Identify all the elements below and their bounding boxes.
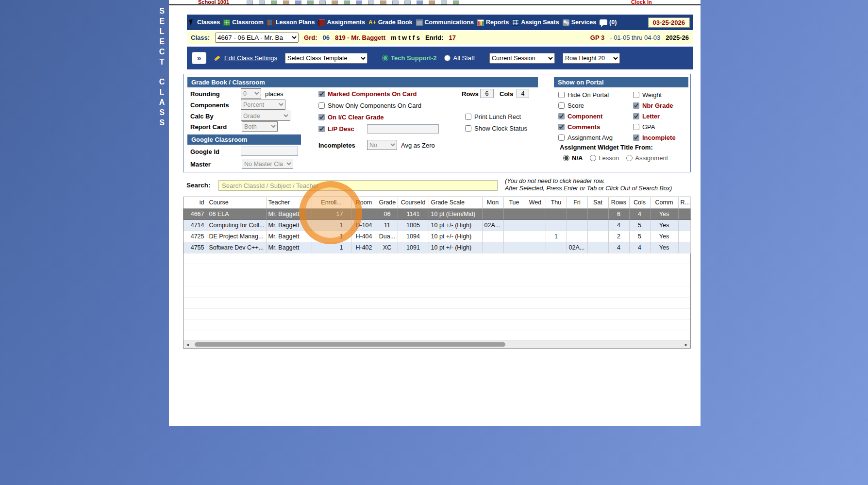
gpa-checkbox[interactable] <box>633 124 639 130</box>
cell-mon[interactable]: 02A... <box>482 219 503 231</box>
cell-r[interactable] <box>678 219 690 231</box>
cell-fri[interactable] <box>567 219 587 231</box>
nav-item-reports[interactable]: Reports <box>477 19 509 26</box>
show-clock-status-option[interactable]: Show Clock Status <box>465 125 527 132</box>
widget-title-lesson-option[interactable]: Lesson <box>590 154 619 162</box>
topbar-icon[interactable] <box>417 0 423 4</box>
topbar-icon[interactable] <box>332 0 338 4</box>
topbar-icon[interactable] <box>259 0 265 4</box>
score-option[interactable]: Score <box>558 102 584 109</box>
incomplete-checkbox[interactable] <box>633 134 639 141</box>
cell-course[interactable]: 06 ELA <box>207 208 266 219</box>
scrollbar-thumb[interactable] <box>195 342 505 347</box>
rows-input[interactable] <box>480 89 494 98</box>
topbar-icon[interactable] <box>295 0 301 4</box>
widget-title-assignment-option[interactable]: Assignment <box>626 154 668 162</box>
topbar-icon[interactable] <box>344 0 350 4</box>
nav-item-classroom[interactable]: Classroom <box>223 19 264 26</box>
nav-item-assign-seats[interactable]: Assign Seats <box>512 19 559 26</box>
cell-mon[interactable] <box>482 231 503 242</box>
show-only-components-checkbox[interactable] <box>318 102 325 109</box>
nav-item-grade-book[interactable]: A+Grade Book <box>368 19 413 26</box>
cell-teacher[interactable]: Mr. Baggett <box>266 242 312 253</box>
cell-courseid[interactable]: 1091 <box>398 242 429 253</box>
cell-r[interactable] <box>678 231 690 242</box>
topbar-icon[interactable] <box>380 0 386 4</box>
col-header-room[interactable]: Room <box>351 197 377 208</box>
hide-on-portal-option[interactable]: Hide On Portal <box>558 91 609 99</box>
col-header-course[interactable]: Course <box>207 197 266 208</box>
topbar-icon[interactable] <box>319 0 326 4</box>
marked-components-checkbox[interactable] <box>318 91 325 97</box>
cell-fri[interactable] <box>567 231 587 242</box>
topbar-icon[interactable] <box>247 0 253 4</box>
cell-cols[interactable]: 4 <box>629 242 650 253</box>
comments-option[interactable]: Comments <box>558 123 600 131</box>
col-header-fri[interactable]: Fri <box>567 197 587 208</box>
cell-cols[interactable]: 4 <box>629 208 650 219</box>
table-row[interactable]: 4725 DE Project Manag... Mr. Baggett 1 H… <box>184 231 690 242</box>
cell-fri[interactable] <box>567 208 587 219</box>
col-header-r[interactable]: R... <box>678 197 690 208</box>
master-select[interactable]: No Master Cla <box>242 159 293 169</box>
col-header-grade-scale[interactable]: Grade Scale <box>429 197 482 208</box>
col-header-grade[interactable]: Grade <box>377 197 398 208</box>
lp-desc-option[interactable]: L/P Desc <box>318 125 354 133</box>
cell-course[interactable]: Computing for Coll... <box>207 219 266 231</box>
nav-item-communications[interactable]: Communications <box>416 19 474 26</box>
cell-grade[interactable]: XC <box>377 242 398 253</box>
col-header-enroll[interactable]: Enroll... <box>312 197 351 208</box>
col-header-wed[interactable]: Wed <box>525 197 546 208</box>
cell-tue[interactable] <box>503 242 525 253</box>
topbar-icon[interactable] <box>429 0 435 4</box>
scroll-right-icon[interactable]: ► <box>682 341 690 348</box>
cell-sat[interactable] <box>587 242 608 253</box>
search-input[interactable] <box>218 180 498 191</box>
cell-grade[interactable]: 06 <box>377 208 398 219</box>
cell-rows[interactable]: 4 <box>608 219 629 231</box>
cell-thu[interactable] <box>546 219 567 231</box>
date-field[interactable]: 03-25-2026 <box>648 17 690 28</box>
topbar-icon[interactable] <box>356 0 362 4</box>
cell-tue[interactable] <box>503 231 525 242</box>
cell-sat[interactable] <box>587 208 608 219</box>
nav-item-assignments[interactable]: Assignments <box>318 19 365 26</box>
cell-thu[interactable] <box>546 242 567 253</box>
cols-input[interactable] <box>517 89 529 98</box>
cell-grade[interactable]: Dua... <box>377 231 398 242</box>
assignment-avg-option[interactable]: Assignment Avg <box>558 134 613 141</box>
col-header-rows[interactable]: Rows <box>608 197 629 208</box>
horizontal-scrollbar[interactable]: ◄ ► <box>184 340 690 348</box>
tech-support-radio-option[interactable]: Tech Support-2 <box>382 54 436 62</box>
cell-wed[interactable] <box>525 219 546 231</box>
cell-wed[interactable] <box>525 231 546 242</box>
nav-item-services[interactable]: Services <box>563 19 596 26</box>
cell-fri[interactable]: 02A... <box>567 242 587 253</box>
session-select[interactable]: Current Session <box>489 53 555 64</box>
cell-cols[interactable]: 5 <box>629 219 650 231</box>
cell-enroll[interactable]: 1 <box>312 231 351 242</box>
google-id-input[interactable] <box>241 147 298 156</box>
cell-comm[interactable]: Yes <box>650 231 678 242</box>
cell-id[interactable]: 4714 <box>184 219 207 231</box>
nav-item-messages[interactable]: (0) <box>600 19 617 26</box>
cell-teacher[interactable]: Mr. Baggett <box>266 208 312 219</box>
topbar-icon[interactable] <box>368 0 374 4</box>
cell-comm[interactable]: Yes <box>650 219 678 231</box>
na-radio[interactable] <box>563 155 569 161</box>
print-lunch-rect-option[interactable]: Print Lunch Rect <box>465 113 521 120</box>
lp-desc-checkbox[interactable] <box>318 126 325 132</box>
cell-wed[interactable] <box>525 242 546 253</box>
cell-grade-scale[interactable]: 10 pt +/- (High) <box>429 219 482 231</box>
cell-course[interactable]: Software Dev C++... <box>207 242 266 253</box>
col-header-tue[interactable]: Tue <box>503 197 525 208</box>
class-template-select[interactable]: Select Class Template <box>285 53 367 64</box>
nav-item-classes[interactable]: Classes <box>197 19 220 26</box>
edit-class-settings-link[interactable]: Edit Class Settings <box>214 54 277 62</box>
weight-checkbox[interactable] <box>633 92 639 98</box>
class-select[interactable]: 4667 - 06 ELA - Mr. Ba <box>215 33 299 43</box>
table-row[interactable]: 4714 Computing for Coll... Mr. Baggett 1… <box>184 219 690 231</box>
calc-by-select[interactable]: Grade <box>241 111 290 121</box>
on-ic-clear-grade-checkbox[interactable] <box>318 114 325 120</box>
weight-option[interactable]: Weight <box>633 91 662 99</box>
